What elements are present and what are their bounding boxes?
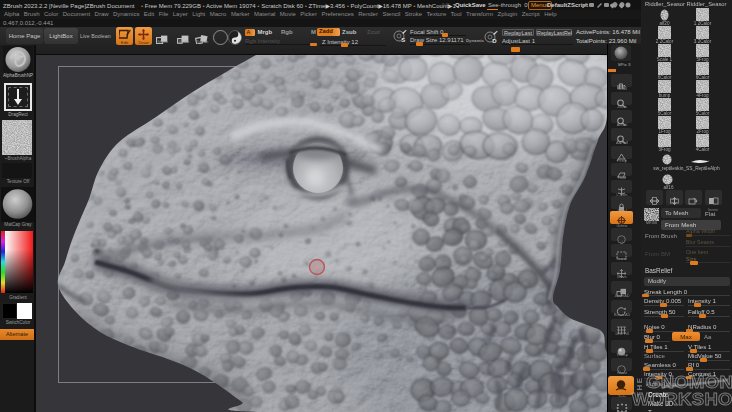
svg-text:S: S bbox=[401, 37, 405, 43]
svg-text:D: D bbox=[492, 38, 497, 44]
